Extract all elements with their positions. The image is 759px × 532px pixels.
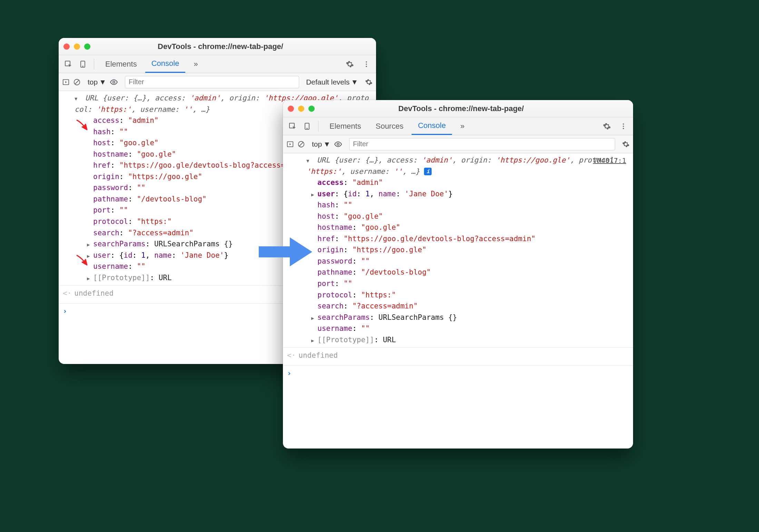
zoom-icon[interactable] bbox=[308, 106, 315, 112]
return-arrow-icon: <· bbox=[287, 350, 296, 361]
divider bbox=[318, 121, 318, 132]
info-badge-icon[interactable]: i bbox=[424, 168, 432, 175]
inspect-element-icon[interactable] bbox=[286, 120, 299, 132]
kebab-icon[interactable] bbox=[617, 120, 630, 132]
tab-sources[interactable]: Sources bbox=[369, 117, 410, 135]
tab-elements[interactable]: Elements bbox=[323, 117, 367, 135]
prop-user[interactable]: user: {id: 1, name: 'Jane Doe'} bbox=[283, 188, 633, 200]
svg-point-15 bbox=[623, 126, 624, 127]
window-title: DevTools - chrome://new-tab-page/ bbox=[318, 104, 604, 113]
close-icon[interactable] bbox=[288, 106, 294, 112]
filter-input[interactable] bbox=[349, 138, 615, 150]
expand-triangle-icon[interactable] bbox=[87, 238, 92, 250]
prop-host[interactable]: host: "goo.gle" bbox=[283, 211, 633, 222]
context-selector[interactable]: top ▼ bbox=[312, 140, 331, 148]
close-icon[interactable] bbox=[63, 43, 70, 50]
tab-more[interactable]: » bbox=[454, 117, 471, 135]
zoom-icon[interactable] bbox=[84, 43, 90, 50]
devtools-tabbar: Elements Console » bbox=[59, 55, 376, 73]
inspect-element-icon[interactable] bbox=[62, 58, 75, 70]
window-controls bbox=[63, 43, 90, 50]
expand-triangle-icon[interactable] bbox=[75, 92, 79, 104]
expand-triangle-icon[interactable] bbox=[306, 155, 311, 166]
console-sidebar-toggle-icon[interactable] bbox=[286, 140, 294, 148]
devtools-tabbar: Elements Sources Console » bbox=[283, 117, 633, 135]
expand-triangle-icon[interactable] bbox=[87, 250, 92, 261]
window-titlebar[interactable]: DevTools - chrome://new-tab-page/ bbox=[283, 100, 633, 117]
window-controls bbox=[288, 106, 315, 112]
svg-point-16 bbox=[623, 128, 624, 129]
prop-search[interactable]: search: "?access=admin" bbox=[283, 301, 633, 312]
clear-console-icon[interactable] bbox=[297, 140, 305, 148]
prop-access[interactable]: access: "admin" bbox=[283, 177, 633, 188]
devtools-window-after: DevTools - chrome://new-tab-page/ Elemen… bbox=[283, 100, 633, 449]
tab-more[interactable]: » bbox=[187, 55, 204, 73]
levels-label: Default levels bbox=[306, 78, 349, 86]
clear-console-icon[interactable] bbox=[73, 78, 81, 86]
return-value-row: <· undefined bbox=[283, 348, 633, 363]
prop-port[interactable]: port: "" bbox=[283, 278, 633, 289]
expand-triangle-icon[interactable] bbox=[311, 312, 316, 323]
svg-marker-18 bbox=[289, 143, 291, 145]
expand-triangle-icon[interactable] bbox=[311, 188, 316, 200]
prop-hash[interactable]: hash: "" bbox=[283, 199, 633, 211]
svg-point-21 bbox=[337, 143, 339, 145]
prop-password[interactable]: password: "" bbox=[283, 256, 633, 267]
undefined-value: undefined bbox=[298, 350, 338, 361]
tab-elements[interactable]: Elements bbox=[99, 55, 143, 73]
svg-point-10 bbox=[113, 81, 115, 83]
prop-prototype[interactable]: [[Prototype]]: URL bbox=[283, 334, 633, 346]
expand-triangle-icon[interactable] bbox=[87, 272, 92, 284]
console-filterbar: top ▼ bbox=[283, 135, 633, 153]
svg-marker-7 bbox=[65, 81, 67, 83]
console-filterbar: top ▼ Default levels ▼ bbox=[59, 73, 376, 91]
minimize-icon[interactable] bbox=[74, 43, 80, 50]
divider bbox=[94, 59, 94, 70]
prop-protocol[interactable]: protocol: "https:" bbox=[283, 289, 633, 301]
object-summary[interactable]: URL {user: {…}, access: 'admin', origin:… bbox=[283, 155, 633, 177]
prop-searchparams[interactable]: searchParams: URLSearchParams {} bbox=[283, 312, 633, 323]
undefined-value: undefined bbox=[74, 288, 114, 299]
svg-point-3 bbox=[366, 61, 367, 62]
live-expression-icon[interactable] bbox=[334, 140, 342, 148]
console-prompt[interactable]: › bbox=[283, 366, 633, 381]
context-label: top bbox=[312, 140, 322, 148]
prop-hostname[interactable]: hostname: "goo.gle" bbox=[283, 222, 633, 233]
svg-line-9 bbox=[75, 80, 79, 84]
prop-pathname[interactable]: pathname: "/devtools-blog" bbox=[283, 267, 633, 278]
log-levels-selector[interactable]: Default levels ▼ bbox=[306, 78, 358, 86]
kebab-icon[interactable] bbox=[360, 58, 373, 70]
tab-console[interactable]: Console bbox=[145, 55, 186, 73]
context-label: top bbox=[88, 78, 98, 86]
device-toolbar-icon[interactable] bbox=[77, 58, 89, 70]
chevron-down-icon: ▼ bbox=[99, 78, 106, 86]
console-settings-icon[interactable] bbox=[622, 140, 630, 148]
return-arrow-icon: <· bbox=[63, 288, 71, 299]
expand-triangle-icon[interactable] bbox=[311, 334, 316, 346]
svg-line-20 bbox=[299, 142, 303, 146]
gear-icon[interactable] bbox=[601, 120, 613, 132]
prop-username[interactable]: username: "" bbox=[283, 323, 633, 334]
source-link[interactable]: VM4817:1 bbox=[593, 155, 626, 166]
prop-origin[interactable]: origin: "https://goo.gle" bbox=[283, 244, 633, 256]
console-output[interactable]: VM4817:1 URL {user: {…}, access: 'admin'… bbox=[283, 153, 633, 449]
device-toolbar-icon[interactable] bbox=[301, 120, 313, 132]
chevron-down-icon: ▼ bbox=[323, 140, 331, 148]
svg-point-4 bbox=[366, 63, 367, 65]
gear-icon[interactable] bbox=[344, 58, 356, 70]
console-sidebar-toggle-icon[interactable] bbox=[62, 78, 70, 86]
context-selector[interactable]: top ▼ bbox=[88, 78, 106, 86]
window-titlebar[interactable]: DevTools - chrome://new-tab-page/ bbox=[59, 38, 376, 55]
svg-point-14 bbox=[623, 123, 624, 125]
svg-point-5 bbox=[366, 66, 367, 67]
minimize-icon[interactable] bbox=[298, 106, 304, 112]
tab-console[interactable]: Console bbox=[412, 117, 452, 135]
live-expression-icon[interactable] bbox=[110, 78, 118, 86]
filter-input[interactable] bbox=[125, 76, 299, 88]
prop-href[interactable]: href: "https://goo.gle/devtools-blog?acc… bbox=[283, 233, 633, 245]
chevron-down-icon: ▼ bbox=[351, 78, 358, 86]
console-settings-icon[interactable] bbox=[365, 78, 373, 86]
window-title: DevTools - chrome://new-tab-page/ bbox=[94, 42, 347, 51]
